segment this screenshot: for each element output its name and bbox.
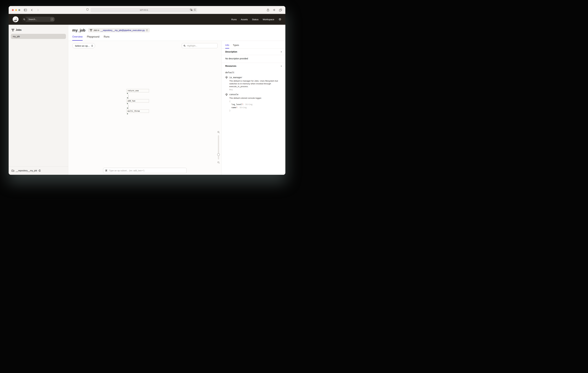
zoom-control [217,131,220,164]
resources-section-header[interactable]: Resources ▾ [221,63,285,69]
search-shortcut-badge: / [50,17,54,21]
op-select-label: Select an op... [75,44,90,47]
sidebar-toggle-icon[interactable] [24,9,27,11]
address-bar[interactable]: 127.0.0.1 [91,8,197,12]
nav-assets[interactable]: Assets [241,18,248,21]
close-window-button[interactable] [12,9,14,11]
reload-repository-icon[interactable] [39,169,41,172]
input-handle [127,97,128,99]
workflow-icon [90,29,92,31]
browser-window: 127.0.0.1 [9,6,285,175]
jobs-sidebar: Jobs my_job __repository__my_job [9,25,68,175]
zoom-slider-handle[interactable] [217,153,220,156]
op-selector-icon [105,169,108,172]
highlight-input[interactable] [187,44,216,47]
output-handle [127,113,128,114]
select-chevrons-icon [91,45,93,47]
page-title: my_job [72,28,85,33]
settings-gear-icon[interactable]: ⚙ [279,18,281,21]
config-field: name?: String [229,106,282,109]
job-origin-badge: Job in __repository__my_job@pipeline_exe… [88,28,150,33]
global-search-input[interactable]: Search... / [22,17,55,22]
folder-icon [11,169,14,172]
reload-icon[interactable] [194,9,196,11]
search-icon [183,45,186,47]
op-subset-input[interactable] [109,169,185,172]
sidebar-title: Jobs [16,29,21,31]
workflow-icon [11,29,14,31]
translate-icon[interactable] [190,9,193,11]
config-brace: { [229,100,282,103]
resource-item-io-manager: io_manager The default io manager for Jo… [225,76,282,91]
zoom-out-icon[interactable] [217,161,220,164]
output-handle [127,93,128,94]
job-main: my_job Job in __repository__my_job@pipel… [68,25,285,175]
op-node-return-one[interactable]: return_one [126,89,149,92]
config-field: log_level?: String [229,103,282,106]
config-brace: } [229,109,282,112]
reload-job-icon[interactable] [146,29,148,31]
zoom-window-button[interactable] [18,9,20,11]
traffic-lights [12,9,20,11]
op-subset-bar [103,168,187,173]
highlight-search[interactable] [182,43,218,48]
op-node-add-two[interactable]: add_two [126,99,149,103]
section-title: Resources [225,65,236,67]
repository-name: __repository__my_job [16,169,37,172]
zoom-in-icon[interactable] [217,131,220,133]
zoom-slider-track[interactable] [218,135,219,159]
privacy-shield-icon[interactable] [86,8,89,11]
tab-runs[interactable]: Runs [104,35,109,41]
section-title: Description [225,51,237,53]
caret-down-icon: ▾ [281,65,282,67]
job-tabs: Overview Playground Runs [68,35,285,41]
resource-name: console [229,93,238,96]
input-handle [127,108,128,109]
resource-group-name: default [225,71,282,74]
tab-overview-icon[interactable] [279,9,282,11]
share-icon[interactable] [267,9,269,11]
edge-connector [128,94,128,99]
search-icon [22,17,27,22]
resource-name: io_manager [229,76,242,79]
caret-down-icon: ▾ [281,51,282,53]
nav-workspace[interactable]: Workspace [263,18,274,21]
dagster-logo[interactable] [13,16,19,22]
resource-config-schema: { log_level?: String name?: String } [229,100,282,112]
resource-type: Any [229,88,282,91]
resource-description: The default io manager for Jobs. Uses fi… [229,80,282,88]
forward-button[interactable] [37,9,39,11]
tab-types[interactable]: Types [233,44,239,48]
browser-chrome: 127.0.0.1 [9,6,285,14]
top-nav: Runs Assets Status Workspace [231,18,274,21]
url-text: 127.0.0.1 [140,9,148,11]
edge-connector [128,105,128,110]
op-node-multi-three[interactable]: multi_three [126,110,149,113]
badge-prefix: Job in [94,29,99,32]
tab-overview[interactable]: Overview [72,35,83,41]
resources-body: default io_manager The default io [221,69,285,117]
search-placeholder: Search... [28,18,50,21]
description-section-header[interactable]: Description ▾ [221,49,285,55]
op-info-panel: Info Types Description ▾ No description … [221,41,285,175]
job-item-label: my_job [13,35,20,38]
new-tab-icon[interactable] [273,9,275,11]
op-select-dropdown[interactable]: Select an op... [72,43,95,48]
resource-description: The default colored console logger. [229,97,282,99]
nav-runs[interactable]: Runs [231,18,237,21]
resource-item-console: console The default colored console logg… [225,93,282,112]
panel-tabs: Info Types [221,41,285,49]
minimize-window-button[interactable] [15,9,17,11]
output-handle [127,103,128,104]
sidebar-item-my-job[interactable]: my_job [11,34,66,39]
tab-info[interactable]: Info [225,44,229,48]
back-button[interactable] [31,9,33,11]
op-graph-canvas[interactable]: Select an op... r [68,41,221,175]
resource-icon [225,93,228,96]
app-header: Search... / Runs Assets Status Workspace… [9,14,285,25]
description-body: No description provided [221,55,285,63]
repository-link[interactable]: __repository__my_job@pipeline_execution.… [101,29,145,32]
nav-status[interactable]: Status [252,18,259,21]
resource-icon [225,76,228,79]
tab-playground[interactable]: Playground [87,35,99,41]
